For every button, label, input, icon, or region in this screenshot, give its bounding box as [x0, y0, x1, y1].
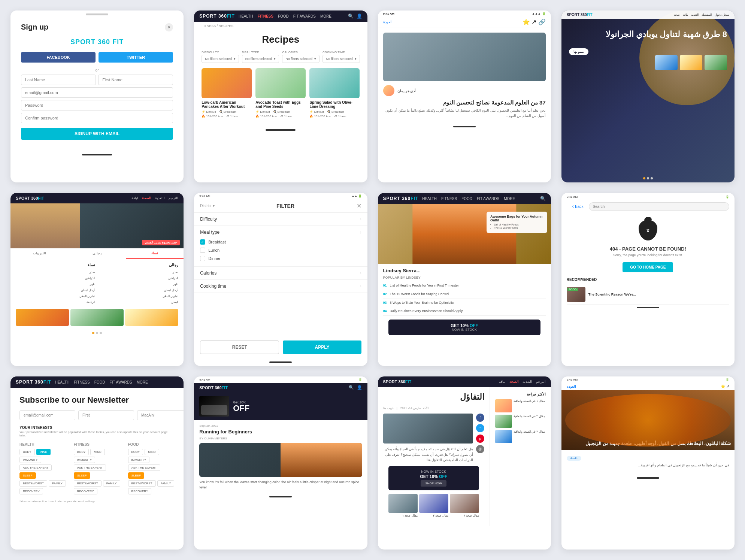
tag-family-f[interactable]: FAMILY — [103, 480, 120, 487]
arab-nav-link-4[interactable]: لياقة — [131, 196, 138, 200]
nl-more[interactable]: MORE — [137, 380, 148, 384]
arab-art-link-3[interactable]: الصحة — [509, 380, 519, 384]
cooking-time-select[interactable]: No filters selected ▾ — [322, 55, 360, 63]
breakfast-option[interactable]: Breakfast — [200, 238, 361, 246]
email-share[interactable]: @ — [476, 445, 484, 453]
tag-body-f[interactable]: BODY — [74, 449, 89, 455]
tag-sleep-f[interactable]: SLEEP — [74, 472, 90, 479]
cat-training[interactable]: التدريبات — [10, 248, 68, 259]
tag-body-fo[interactable]: BODY — [128, 449, 143, 455]
ad2-btn[interactable]: SHOP NOW — [421, 480, 446, 487]
s360-awards[interactable]: FIT AWARDS — [477, 197, 499, 201]
nav-link-4[interactable]: المفضلة — [702, 13, 712, 16]
facebook-button[interactable]: FACEBOOK — [21, 52, 96, 63]
nav-food[interactable]: FOOD — [278, 14, 289, 18]
password-input[interactable] — [21, 100, 173, 111]
tag-recovery-f[interactable]: RECOVERY — [74, 488, 97, 494]
arab-nav-link-3[interactable]: الصحة — [142, 196, 151, 200]
newsletter-email[interactable] — [19, 410, 75, 420]
tag-mind-h[interactable]: MIND — [36, 449, 51, 455]
s360-fitness[interactable]: FITNESS — [441, 197, 457, 201]
difficulty-select[interactable]: No filters selected ▾ — [202, 55, 239, 63]
newsletter-lastname[interactable] — [137, 410, 184, 420]
user-icon[interactable]: 👤 — [357, 13, 362, 19]
meal-type-arrow[interactable]: › — [360, 230, 361, 234]
tag-immunity-h[interactable]: IMMUNITY — [19, 457, 41, 463]
s360-health[interactable]: HEALTH — [422, 197, 437, 201]
hero-cta[interactable]: جديد مجموع تدريب الجسم — [142, 240, 180, 245]
tag-expert-fo[interactable]: ASK THE EXPERT — [128, 464, 160, 471]
email-input[interactable] — [21, 87, 173, 98]
twitter-button[interactable]: TWITTER — [99, 52, 173, 63]
nl-fitness[interactable]: FITNESS — [74, 380, 90, 384]
nav-fitness[interactable]: FITNESS — [258, 14, 273, 18]
tag-recovery-h[interactable]: RECOVERY — [19, 488, 43, 494]
arab-nav-link-2[interactable]: التغذية — [155, 196, 165, 200]
confirm-password-input[interactable] — [21, 113, 173, 123]
nl-food[interactable]: FOOD — [94, 380, 105, 384]
tag-sleep-h[interactable]: SLEEP — [19, 472, 36, 479]
user-icon-running[interactable]: 👤 — [357, 385, 362, 390]
s360-food[interactable]: FOOD — [461, 197, 472, 201]
newsletter-firstname[interactable] — [78, 410, 134, 420]
filter-close-button[interactable]: ✕ — [357, 202, 361, 209]
tag-immunity-fo[interactable]: IMMUNITY — [128, 457, 150, 463]
nav-link-2[interactable]: لياقة — [683, 13, 688, 16]
cooking-time-arrow[interactable]: › — [360, 284, 361, 288]
readmore-button[interactable]: بنمو بها — [569, 48, 589, 55]
nav-link-3[interactable]: التغذية — [691, 13, 699, 16]
twitter-share[interactable]: t — [476, 424, 484, 432]
tag-family-h[interactable]: FAMILY — [49, 480, 66, 487]
reset-button[interactable]: RESET — [200, 340, 279, 354]
first-name-input[interactable] — [98, 75, 173, 85]
breakfast-checkbox[interactable] — [200, 239, 205, 245]
cat-men[interactable]: رجالي — [68, 248, 126, 259]
tag-family-fo[interactable]: FAMILY — [157, 480, 175, 487]
signup-email-button[interactable]: SIGNUP WITH EMAIL — [21, 128, 173, 140]
tag-recovery-fo[interactable]: RECOVERY — [128, 488, 152, 494]
tag-body-h[interactable]: BODY — [19, 449, 35, 455]
nav-health[interactable]: HEALTH — [239, 14, 253, 18]
tag-mind-f[interactable]: MIND — [90, 449, 105, 455]
nav-link-1[interactable]: صحة — [674, 13, 680, 16]
search-icon-running[interactable]: 🔍 — [349, 385, 354, 390]
search-icon-s360[interactable]: 🔍 — [540, 196, 546, 201]
arab-art-link-2[interactable]: التغذية — [523, 380, 532, 384]
tag-bestworst-h[interactable]: BEST&WORST — [19, 480, 47, 487]
cat-women[interactable]: نساء — [126, 248, 184, 259]
nl-health[interactable]: HEALTH — [55, 380, 70, 384]
go-home-button[interactable]: GO TO HOME PAGE — [623, 262, 673, 272]
arab-art-link-4[interactable]: لياقة — [499, 380, 506, 384]
tag-expert-h[interactable]: ASK THE EXPERT — [19, 464, 52, 471]
calories-arrow[interactable]: › — [360, 271, 361, 275]
search-icon[interactable]: 🔍 — [348, 13, 354, 19]
tag-sleep-fo[interactable]: SLEEP — [128, 472, 145, 479]
lunch-checkbox[interactable] — [200, 248, 205, 253]
tag-bestworst-fo[interactable]: BEST&WORST — [128, 480, 156, 487]
meal-type-select[interactable]: No filters selected ▾ — [242, 55, 279, 63]
dinner-option[interactable]: Dinner — [200, 254, 361, 263]
tag-immunity-f[interactable]: IMMUNITY — [74, 457, 96, 463]
back-button[interactable]: العودة — [383, 20, 393, 24]
pinterest-share[interactable]: p — [476, 435, 484, 443]
lunch-option[interactable]: Lunch — [200, 246, 361, 254]
nl-awards[interactable]: FIT AWARDS — [110, 380, 132, 384]
calories-select[interactable]: No filters selected ▾ — [282, 55, 319, 63]
arab-nav-link-1[interactable]: الترجم — [169, 196, 178, 200]
s360-more[interactable]: MORE — [504, 197, 515, 201]
arab-art-link-1[interactable]: الترجم — [536, 380, 546, 384]
difficulty-arrow[interactable]: › — [360, 217, 361, 221]
apply-button[interactable]: APPLY — [283, 340, 361, 354]
food-back-btn[interactable]: العودة — [567, 384, 576, 388]
back-link-404[interactable]: < Back — [567, 203, 589, 210]
tag-expert-f[interactable]: ASK THE EXPERT — [74, 464, 106, 471]
last-name-input[interactable] — [21, 75, 96, 85]
facebook-share[interactable]: f — [476, 414, 484, 422]
tag-bestworst-f[interactable]: BEST&WORST — [74, 480, 102, 487]
search-input-404[interactable] — [589, 202, 729, 211]
dinner-checkbox[interactable] — [200, 256, 205, 261]
nav-more[interactable]: MORE — [320, 14, 331, 18]
close-button[interactable]: × — [165, 23, 173, 31]
nav-link-5[interactable]: سجل دخول — [715, 13, 729, 16]
nav-fit-awards[interactable]: FIT AWARDS — [293, 14, 316, 18]
